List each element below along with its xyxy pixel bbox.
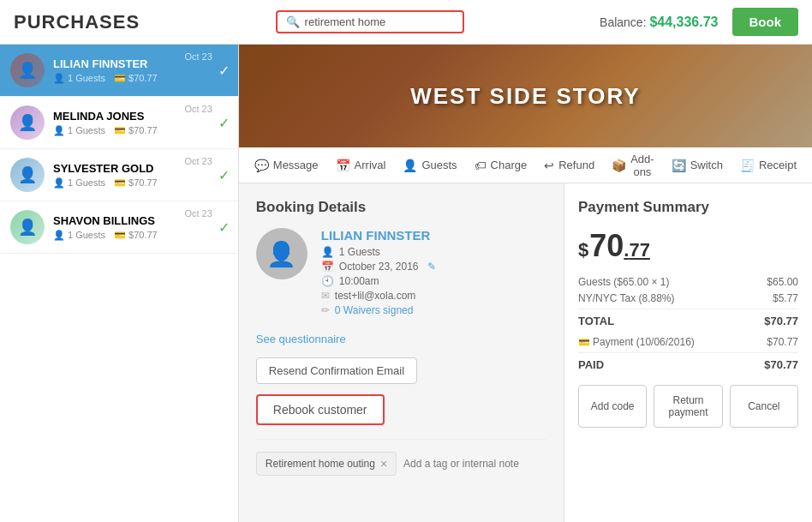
customer-meta: 👤1 Guests 💳$70.77 bbox=[53, 125, 228, 136]
toolbar-switch-button[interactable]: 🔄Switch bbox=[663, 147, 731, 183]
switch-icon: 🔄 bbox=[672, 159, 686, 172]
sidebar-customer-item[interactable]: 👤 MELINDA JONES 👤1 Guests 💳$70.77 Oct 23… bbox=[0, 97, 238, 149]
sidebar-customer-item[interactable]: 👤 SYLVESTER GOLD 👤1 Guests 💳$70.77 Oct 2… bbox=[0, 149, 238, 201]
toolbar-label: Receipt bbox=[759, 159, 797, 171]
amount-icon: 💳 bbox=[114, 230, 126, 241]
payment-date-label: 💳 Payment (10/06/2016) bbox=[578, 336, 695, 348]
tag-label: Retirement home outing bbox=[266, 458, 375, 470]
body-split: Booking Details 👤 LILIAN FINNSTER 👤 1 Gu… bbox=[239, 183, 812, 522]
price-main: $ 70 .77 bbox=[578, 228, 798, 264]
payment-lines: Guests ($65.00 × 1)$65.00NY/NYC Tax (8.8… bbox=[578, 276, 798, 304]
date-row: 📅 October 23, 2016 ✎ bbox=[321, 261, 546, 273]
booking-details: Booking Details 👤 LILIAN FINNSTER 👤 1 Gu… bbox=[239, 183, 564, 522]
see-questionnaire-link[interactable]: See questionnaire bbox=[256, 333, 546, 345]
clock-icon: 🕙 bbox=[321, 275, 334, 287]
cancel-button[interactable]: Cancel bbox=[730, 385, 798, 428]
toolbar-label: Refund bbox=[558, 159, 594, 171]
arrival-icon: 📅 bbox=[336, 159, 350, 172]
action-buttons: Add code Return payment Cancel bbox=[578, 385, 798, 428]
message-icon: 💬 bbox=[254, 159, 269, 172]
add-code-button[interactable]: Add code bbox=[578, 385, 647, 428]
return-payment-button[interactable]: Return payment bbox=[654, 385, 722, 428]
search-icon: 🔍 bbox=[286, 15, 300, 28]
toolbar-addons-button[interactable]: 📦Add-ons bbox=[603, 147, 662, 183]
addons-icon: 📦 bbox=[612, 159, 626, 172]
guest-count: 👤1 Guests bbox=[53, 230, 105, 241]
waivers-link[interactable]: 0 Waivers signed bbox=[335, 304, 414, 316]
line-value: $5.77 bbox=[773, 292, 798, 304]
hero-title: WEST SIDE STORY bbox=[410, 83, 640, 110]
search-input[interactable] bbox=[305, 15, 454, 28]
toolbar-guests-button[interactable]: 👤Guests bbox=[394, 147, 465, 183]
guests-row: 👤 1 Guests bbox=[321, 246, 546, 258]
price-cents: .77 bbox=[624, 239, 650, 261]
calendar-icon: 📅 bbox=[321, 261, 334, 273]
waivers-row: ✏ 0 Waivers signed bbox=[321, 304, 546, 316]
customer-meta: 👤1 Guests 💳$70.77 bbox=[53, 73, 228, 84]
toolbar-receipt-button[interactable]: 🧾Receipt bbox=[731, 147, 805, 183]
content-area: WEST SIDE STORY 💬Message📅Arrival👤Guests🏷… bbox=[239, 45, 812, 522]
header-right: Balance: $44,336.73 Book bbox=[600, 8, 798, 36]
toolbar-arrival-button[interactable]: 📅Arrival bbox=[327, 147, 395, 183]
resend-confirmation-button[interactable]: Resend Confirmation Email bbox=[256, 357, 417, 384]
booking-email: test+lil@xola.com bbox=[335, 290, 416, 302]
waiver-icon: ✏ bbox=[321, 304, 330, 316]
toolbar-refund-button[interactable]: ↩Refund bbox=[535, 147, 603, 183]
customer-meta: 👤1 Guests 💳$70.77 bbox=[53, 177, 228, 189]
avatar: 👤 bbox=[10, 105, 45, 140]
toolbar-label: Switch bbox=[690, 159, 723, 171]
book-button[interactable]: Book bbox=[732, 8, 799, 36]
total-value: $70.77 bbox=[764, 315, 798, 327]
toolbar-message-button[interactable]: 💬Message bbox=[246, 147, 327, 183]
payment-line-item: NY/NYC Tax (8.88%)$5.77 bbox=[578, 292, 798, 304]
hero-banner: WEST SIDE STORY bbox=[239, 45, 812, 147]
person-info: LILIAN FINNSTER 👤 1 Guests 📅 October 23,… bbox=[321, 228, 546, 319]
avatar: 👤 bbox=[10, 158, 45, 192]
toolbar-label: Charge bbox=[491, 159, 528, 171]
rebook-customer-button[interactable]: Rebook customer bbox=[256, 394, 385, 425]
time-row: 🕙 10:00am bbox=[321, 275, 546, 287]
guests-icon: 👤 bbox=[53, 230, 65, 241]
payment-section-gap: 💳 Payment (10/06/2016) $70.77 bbox=[578, 336, 798, 348]
main-layout: 👤 LILIAN FINNSTER 👤1 Guests 💳$70.77 Oct … bbox=[0, 45, 812, 522]
card-icon: 💳 bbox=[578, 337, 593, 347]
check-icon: ✓ bbox=[218, 219, 230, 236]
email-row: ✉ test+lil@xola.com bbox=[321, 290, 546, 302]
receipt-icon: 🧾 bbox=[740, 159, 755, 172]
booking-details-title: Booking Details bbox=[256, 199, 546, 216]
tag-remove-icon[interactable]: × bbox=[380, 457, 387, 471]
booking-time: 10:00am bbox=[339, 275, 379, 287]
amount: 💳$70.77 bbox=[114, 177, 158, 189]
payment-date-line: 💳 Payment (10/06/2016) $70.77 bbox=[578, 336, 798, 348]
payment-summary-title: Payment Summary bbox=[578, 199, 798, 216]
amount: 💳$70.77 bbox=[114, 125, 158, 136]
amount-icon: 💳 bbox=[114, 125, 126, 136]
tag-input[interactable] bbox=[403, 458, 546, 470]
avatar: 👤 bbox=[10, 210, 45, 244]
toolbar-label: Message bbox=[273, 159, 319, 171]
balance-amount: $44,336.73 bbox=[649, 15, 718, 29]
guest-count: 👤1 Guests bbox=[53, 73, 105, 84]
toolbar-label: Arrival bbox=[355, 159, 386, 171]
edit-date-icon[interactable]: ✎ bbox=[427, 261, 436, 273]
balance-label: Balance: $44,336.73 bbox=[600, 15, 718, 30]
toolbar-charge-button[interactable]: 🏷Charge bbox=[466, 147, 536, 183]
line-label: Guests ($65.00 × 1) bbox=[578, 276, 669, 288]
amount: 💳$70.77 bbox=[114, 73, 158, 84]
check-icon: ✓ bbox=[218, 63, 230, 79]
sidebar-customer-item[interactable]: 👤 SHAVON BILLINGS 👤1 Guests 💳$70.77 Oct … bbox=[0, 201, 238, 254]
search-box[interactable]: 🔍 bbox=[276, 10, 464, 33]
paid-line: PAID $70.77 bbox=[578, 352, 798, 371]
sidebar-customer-item[interactable]: 👤 LILIAN FINNSTER 👤1 Guests 💳$70.77 Oct … bbox=[0, 45, 238, 97]
toolbar-label: Guests bbox=[421, 159, 457, 171]
paid-label: PAID bbox=[578, 358, 604, 371]
date-badge: Oct 23 bbox=[184, 51, 212, 62]
booking-customer-name: LILIAN FINNSTER bbox=[321, 228, 546, 243]
price-dollar-sign: $ bbox=[578, 239, 588, 261]
line-value: $65.00 bbox=[767, 276, 798, 288]
total-label: TOTAL bbox=[578, 315, 614, 327]
guests-icon: 👤 bbox=[53, 73, 65, 84]
existing-tag: Retirement home outing × bbox=[256, 452, 397, 476]
guests-icon: 👤 bbox=[403, 159, 417, 172]
amount: 💳$70.77 bbox=[114, 230, 158, 241]
